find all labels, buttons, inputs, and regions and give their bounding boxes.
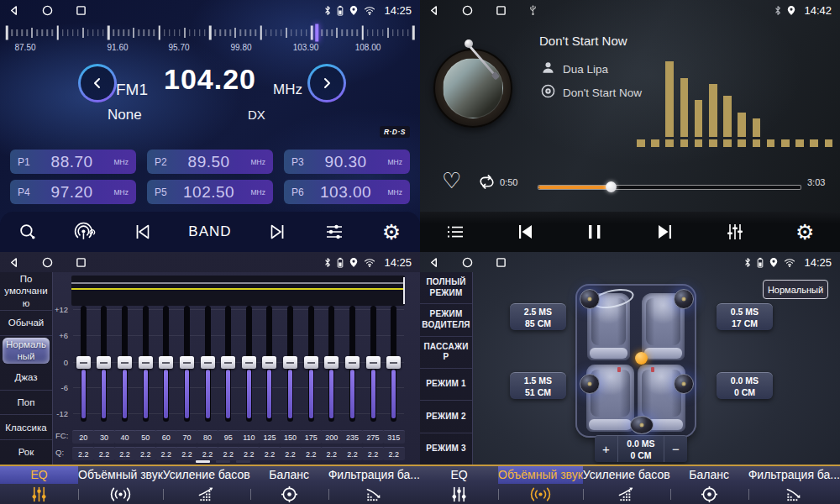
preset-button-p2[interactable]: P289.50MHz [147,150,273,174]
slider-handle[interactable] [366,356,381,369]
eq-preset-item[interactable]: Нормальный [3,338,50,364]
page-indicator[interactable] [196,460,250,463]
listening-mode-item[interactable]: РЕЖИМ ВОДИТЕЛЯ [420,304,472,336]
frequency-dial[interactable] [7,24,413,42]
fc-value[interactable]: 125 [259,430,281,444]
next-preset-button[interactable] [260,215,297,249]
fc-value[interactable]: 30 [93,430,115,444]
tab-eq[interactable]: EQ [420,466,498,504]
home-icon[interactable] [42,257,53,268]
q-value[interactable]: 2.2 [114,447,136,460]
eq-preset-item[interactable]: По умолчанию [0,272,52,311]
preset-button-p5[interactable]: P5102.50MHz [147,180,273,204]
fc-value[interactable]: 70 [176,430,197,444]
q-value[interactable]: 2.2 [300,447,322,460]
settings-button[interactable]: ⚙ [373,215,410,249]
eq-preset-item[interactable]: Джаз [0,365,52,391]
fc-value[interactable]: 110 [238,430,260,444]
playlist-button[interactable] [437,215,474,249]
eq-preset-item[interactable]: Обычай [0,311,52,336]
eq-preset-item[interactable]: Поп [0,391,52,416]
home-icon[interactable] [462,5,473,16]
recents-icon[interactable] [76,257,87,268]
repeat-icon[interactable] [475,171,498,196]
home-icon[interactable] [42,5,53,16]
fc-value[interactable]: 50 [134,430,156,444]
slider-handle[interactable] [386,356,401,369]
equalizer-button[interactable] [717,215,753,249]
tab-surround-sound[interactable]: Объёмный звук [78,466,163,504]
back-icon[interactable] [8,5,19,16]
slider-handle[interactable] [180,356,194,369]
slider-handle[interactable] [221,356,235,369]
slider-handle[interactable] [159,356,173,369]
slider-handle[interactable] [262,356,276,369]
q-value[interactable]: 2.2 [341,447,363,460]
recents-icon[interactable] [496,5,507,16]
fc-value[interactable]: 175 [300,430,322,444]
listening-mode-item[interactable]: РЕЖИМ 1 [420,369,472,401]
q-value[interactable]: 2.2 [218,447,239,460]
q-value[interactable]: 2.2 [197,447,218,460]
slider-handle[interactable] [242,356,256,369]
progress-bar[interactable] [538,185,801,190]
album-art[interactable] [433,49,512,128]
q-value[interactable]: 2.2 [259,447,281,460]
tab-filter[interactable]: Фильтрация ба... [328,466,420,504]
scan-search-button[interactable] [10,215,47,249]
fc-value[interactable]: 95 [218,430,239,444]
eq-preset-item[interactable]: Рок [0,440,52,465]
preset-button-p1[interactable]: P188.70MHz [10,150,136,174]
tab-bass-boost[interactable]: Усиление басов [583,466,670,504]
eq-preset-item[interactable]: Классика [0,415,52,440]
front-right-delay-button[interactable]: 0.5 MS17 CM [717,303,773,330]
next-track-button[interactable] [647,215,684,249]
listening-mode-item[interactable]: ПОЛНЫЙ РЕЖИМ [420,272,472,304]
slider-handle[interactable] [76,356,91,369]
dial-pointer[interactable] [315,24,318,42]
fc-value[interactable]: 235 [341,430,363,444]
settings-button[interactable]: ⚙ [786,215,823,249]
sound-profile-button[interactable]: Нормальный [763,280,828,299]
slider-handle[interactable] [324,356,339,369]
fc-value[interactable]: 315 [383,430,405,444]
tab-bass-boost[interactable]: Усиление басов [163,466,250,504]
fc-value[interactable]: 60 [155,430,177,444]
q-value[interactable]: 2.2 [93,447,115,460]
tab-filter[interactable]: Фильтрация ба... [748,466,840,504]
q-value[interactable]: 2.2 [280,447,302,460]
slider-handle[interactable] [118,356,132,369]
dx-mode-label[interactable]: DX [248,108,265,122]
preset-button-p4[interactable]: P497.20MHz [10,180,136,204]
q-value[interactable]: 2.2 [383,447,405,460]
tab-eq[interactable]: EQ [0,466,78,504]
tab-surround-sound[interactable]: Объёмный звук [498,466,583,504]
recents-icon[interactable] [496,257,507,268]
seek-up-button[interactable] [307,64,346,102]
recents-icon[interactable] [76,5,87,16]
decrease-delay-button[interactable]: − [664,436,687,462]
home-icon[interactable] [462,257,473,268]
previous-preset-button[interactable] [123,215,160,249]
slider-handle[interactable] [201,356,215,369]
listening-mode-item[interactable]: ПАССАЖИР [420,337,472,369]
previous-track-button[interactable] [507,215,543,249]
rear-right-delay-button[interactable]: 0.0 MS0 CM [717,372,773,399]
slider-handle[interactable] [97,356,111,369]
front-left-delay-button[interactable]: 2.5 MS85 CM [510,303,566,330]
band-label[interactable]: FM1 [116,81,148,99]
tab-balance[interactable]: Баланс [670,466,748,504]
q-value[interactable]: 2.2 [134,447,156,460]
preset-button-p6[interactable]: P6103.00MHz [284,180,410,204]
favorite-heart-icon[interactable]: ♡ [442,170,461,192]
progress-knob[interactable] [606,181,617,192]
listening-mode-item[interactable]: РЕЖИМ 2 [420,401,472,433]
q-value[interactable]: 2.2 [238,447,260,460]
fc-value[interactable]: 40 [114,430,136,444]
tab-balance[interactable]: Баланс [250,466,328,504]
fc-value[interactable]: 20 [72,430,94,444]
back-icon[interactable] [428,5,439,16]
fc-value[interactable]: 275 [362,430,384,444]
rear-left-delay-button[interactable]: 1.5 MS51 CM [510,372,566,399]
fc-value[interactable]: 200 [321,430,343,444]
